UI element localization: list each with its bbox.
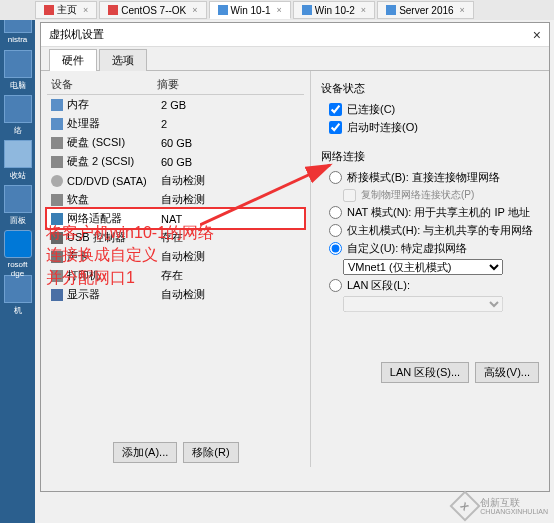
column-summary: 摘要 [157, 77, 304, 92]
vm-settings-dialog: 虚拟机设置 × 硬件 选项 设备 摘要 内存2 GB处理器2硬盘 (SCSI)6… [40, 22, 550, 492]
tab-server2016[interactable]: Server 2016× [377, 1, 474, 19]
vm-icon [218, 5, 228, 15]
device-row-display[interactable]: 显示器自动检测 [47, 285, 304, 304]
device-detail-pane: 设备状态 已连接(C) 启动时连接(O) 网络连接 桥接模式(B): 直接连接物… [311, 71, 549, 467]
connect-at-poweron-checkbox[interactable] [329, 121, 342, 134]
tab-centos[interactable]: CentOS 7--OK× [99, 1, 206, 19]
close-icon[interactable]: × [361, 5, 366, 15]
home-icon [44, 5, 54, 15]
mem-icon [51, 99, 63, 111]
replicate-checkbox [343, 189, 356, 202]
vm-icon [108, 5, 118, 15]
desktop-icon-computer[interactable]: 电脑 [3, 50, 33, 90]
bridged-radio[interactable] [329, 171, 342, 184]
remove-device-button[interactable]: 移除(R) [183, 442, 238, 463]
sound-icon [51, 251, 63, 263]
tab-win10-1[interactable]: Win 10-1× [209, 1, 291, 19]
custom-radio[interactable] [329, 242, 342, 255]
display-icon [51, 289, 63, 301]
tab-win10-2[interactable]: Win 10-2× [293, 1, 375, 19]
vm-icon [302, 5, 312, 15]
desktop-icon-task[interactable]: 机 [3, 275, 33, 315]
net-icon [51, 213, 63, 225]
close-icon[interactable]: × [460, 5, 465, 15]
device-list-pane: 设备 摘要 内存2 GB处理器2硬盘 (SCSI)60 GB硬盘 2 (SCSI… [41, 71, 311, 467]
device-row-net[interactable]: 网络适配器NAT [47, 209, 304, 228]
dialog-close-button[interactable]: × [533, 27, 541, 43]
tab-home[interactable]: 主页× [35, 1, 97, 19]
device-row-disk[interactable]: 软盘自动检测 [47, 190, 304, 209]
cpu-icon [51, 118, 63, 130]
device-row-mem[interactable]: 内存2 GB [47, 95, 304, 114]
watermark: X 创新互联CHUANGXINHULIAN [454, 495, 548, 517]
tab-hardware[interactable]: 硬件 [49, 49, 97, 71]
add-device-button[interactable]: 添加(A)... [113, 442, 177, 463]
watermark-icon: X [450, 490, 481, 521]
close-icon[interactable]: × [192, 5, 197, 15]
lanseg-radio[interactable] [329, 279, 342, 292]
device-row-printer[interactable]: 打印机存在 [47, 266, 304, 285]
connected-checkbox[interactable] [329, 103, 342, 116]
device-row-cpu[interactable]: 处理器2 [47, 114, 304, 133]
desktop-icon-network[interactable]: 络 [3, 95, 33, 135]
network-connection-label: 网络连接 [321, 149, 539, 164]
device-row-usb[interactable]: USB 控制器存在 [47, 228, 304, 247]
nat-radio[interactable] [329, 206, 342, 219]
printer-icon [51, 270, 63, 282]
disk-icon [51, 156, 63, 168]
desktop-icon-recycle[interactable]: 收站 [3, 140, 33, 180]
disk-icon [51, 194, 63, 206]
desktop-icon-control-panel[interactable]: 面板 [3, 185, 33, 225]
device-row-cd[interactable]: CD/DVD (SATA)自动检测 [47, 171, 304, 190]
device-row-disk[interactable]: 硬盘 (SCSI)60 GB [47, 133, 304, 152]
vm-icon [386, 5, 396, 15]
device-status-label: 设备状态 [321, 81, 539, 96]
column-device: 设备 [47, 77, 157, 92]
device-row-sound[interactable]: 声卡自动检测 [47, 247, 304, 266]
cd-icon [51, 175, 63, 187]
dialog-title: 虚拟机设置 [49, 27, 104, 42]
custom-network-select[interactable]: VMnet1 (仅主机模式) [343, 259, 503, 275]
lan-segments-button[interactable]: LAN 区段(S)... [381, 362, 469, 383]
lanseg-select [343, 296, 503, 312]
device-row-disk[interactable]: 硬盘 2 (SCSI)60 GB [47, 152, 304, 171]
usb-icon [51, 232, 63, 244]
hostonly-radio[interactable] [329, 224, 342, 237]
tab-options[interactable]: 选项 [99, 49, 147, 71]
advanced-button[interactable]: 高级(V)... [475, 362, 539, 383]
close-icon[interactable]: × [83, 5, 88, 15]
disk-icon [51, 137, 63, 149]
close-icon[interactable]: × [277, 5, 282, 15]
desktop-icon-edge[interactable]: rosoftdge [3, 230, 33, 270]
vm-tabs-bar: 主页× CentOS 7--OK× Win 10-1× Win 10-2× Se… [0, 0, 554, 20]
